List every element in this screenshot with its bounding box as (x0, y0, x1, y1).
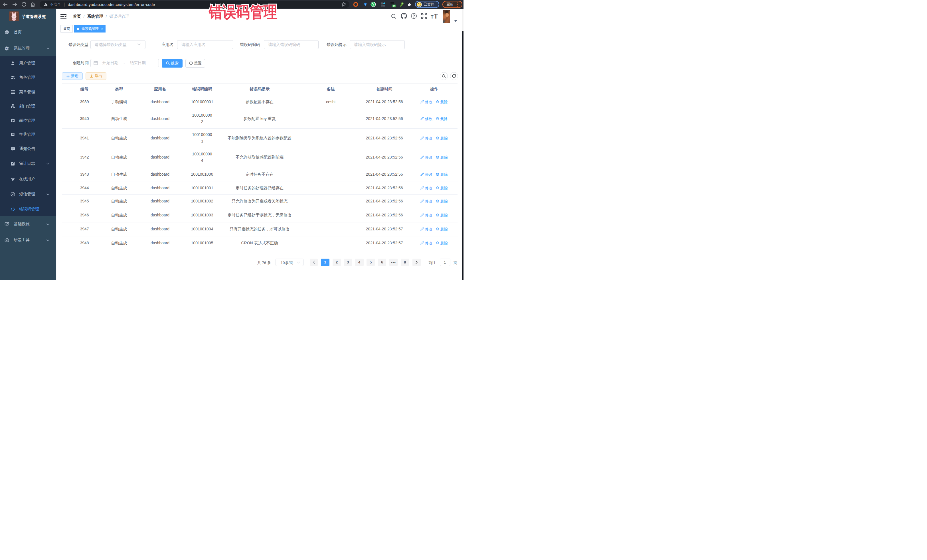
svg-text:T: T (431, 15, 433, 20)
svg-text:on: on (393, 5, 396, 7)
svg-text:T: T (434, 12, 438, 20)
svg-text:错误码管理: 错误码管理 (208, 3, 277, 21)
